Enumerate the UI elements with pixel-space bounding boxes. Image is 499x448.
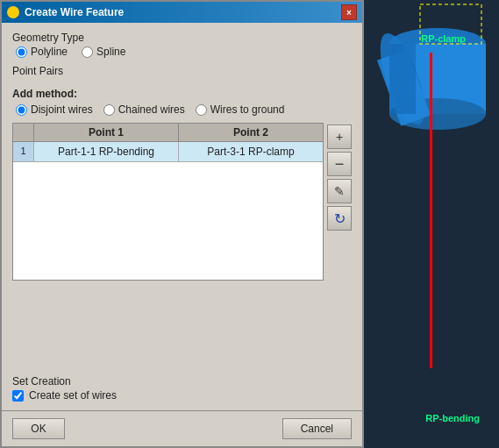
disjoint-wires-radio[interactable]	[16, 104, 27, 116]
point-pairs-section: Point Pairs	[12, 65, 352, 79]
add-method-section: Add method: Disjoint wires Chained wires…	[12, 88, 352, 116]
geometry-type-radios: Polyline Spline	[16, 46, 352, 58]
add-row-button[interactable]: +	[327, 124, 352, 149]
table-header-point2: Point 2	[179, 124, 323, 141]
polyline-label: Polyline	[31, 46, 68, 58]
geometry-type-label: Geometry Type	[12, 32, 352, 44]
table-area: Point 1 Point 2 1 Part-1-1 RP-bending Pa…	[12, 123, 352, 365]
edit-row-button[interactable]: ✎	[327, 179, 352, 203]
point-pairs-table: Point 1 Point 2 1 Part-1-1 RP-bending Pa…	[12, 123, 324, 281]
3d-scene-svg	[364, 0, 490, 175]
set-creation-section: Set Creation Create set of wires	[12, 375, 352, 402]
refresh-button[interactable]: ↻	[327, 206, 352, 231]
add-method-row: Add method:	[12, 88, 352, 100]
table-header-num	[13, 124, 34, 141]
dialog-title: Create Wire Feature	[25, 6, 124, 18]
set-creation-label: Set Creation	[12, 375, 352, 388]
disjoint-wires-label: Disjoint wires	[31, 103, 93, 116]
svg-rect-5	[389, 44, 416, 114]
point-pairs-label: Point Pairs	[12, 65, 352, 77]
rp-clamp-label: RP-clamp	[421, 33, 466, 44]
dialog-title-icon	[7, 6, 19, 18]
remove-row-button[interactable]: −	[327, 152, 352, 176]
geometry-type-section: Geometry Type Polyline Spline	[12, 32, 352, 58]
table-header-point1: Point 1	[34, 124, 179, 141]
wires-to-ground-radio[interactable]	[196, 104, 207, 116]
create-set-checkbox[interactable]	[12, 390, 24, 402]
table-row[interactable]: 1 Part-1-1 RP-bending Part-3-1 RP-clamp	[13, 142, 323, 162]
3d-viewport: RP-clamp RP-bending	[364, 0, 499, 448]
chained-wires-label: Chained wires	[118, 103, 185, 116]
cancel-button[interactable]: Cancel	[282, 418, 352, 439]
add-method-label: Add method:	[12, 88, 77, 100]
red-wire	[430, 53, 432, 368]
wires-to-ground-label: Wires to ground	[210, 103, 285, 116]
table-empty-area	[13, 162, 323, 280]
disjoint-wires-radio-item[interactable]: Disjoint wires	[16, 103, 93, 116]
table-row-num: 1	[13, 142, 34, 161]
titlebar-left: Create Wire Feature	[7, 6, 124, 18]
ok-button[interactable]: OK	[12, 418, 65, 439]
table-toolbar: + − ✎ ↻	[327, 123, 352, 365]
table-row-point2: Part-3-1 RP-clamp	[179, 142, 323, 161]
table-row-point1: Part-1-1 RP-bending	[34, 142, 179, 161]
rp-bending-label: RP-bending	[425, 413, 480, 423]
dialog-buttons: OK Cancel	[2, 410, 362, 446]
add-method-radios: Disjoint wires Chained wires Wires to gr…	[16, 103, 352, 116]
create-set-checkbox-item[interactable]: Create set of wires	[12, 389, 352, 402]
close-button[interactable]: ×	[341, 4, 357, 20]
spline-label: Spline	[96, 46, 125, 58]
scene-3d: RP-clamp RP-bending	[364, 0, 499, 448]
spline-radio[interactable]	[82, 46, 93, 58]
chained-wires-radio[interactable]	[103, 104, 115, 116]
dialog-body: Geometry Type Polyline Spline Point Pair…	[2, 23, 362, 410]
create-wire-dialog: Create Wire Feature × Geometry Type Poly…	[0, 0, 364, 448]
dialog-titlebar: Create Wire Feature ×	[2, 2, 362, 23]
create-set-label: Create set of wires	[29, 389, 117, 402]
polyline-radio[interactable]	[16, 46, 27, 58]
wires-to-ground-radio-item[interactable]: Wires to ground	[196, 103, 285, 116]
polyline-radio-item[interactable]: Polyline	[16, 46, 68, 58]
spline-radio-item[interactable]: Spline	[82, 46, 125, 58]
chained-wires-radio-item[interactable]: Chained wires	[103, 103, 185, 116]
table-header: Point 1 Point 2	[13, 124, 323, 142]
